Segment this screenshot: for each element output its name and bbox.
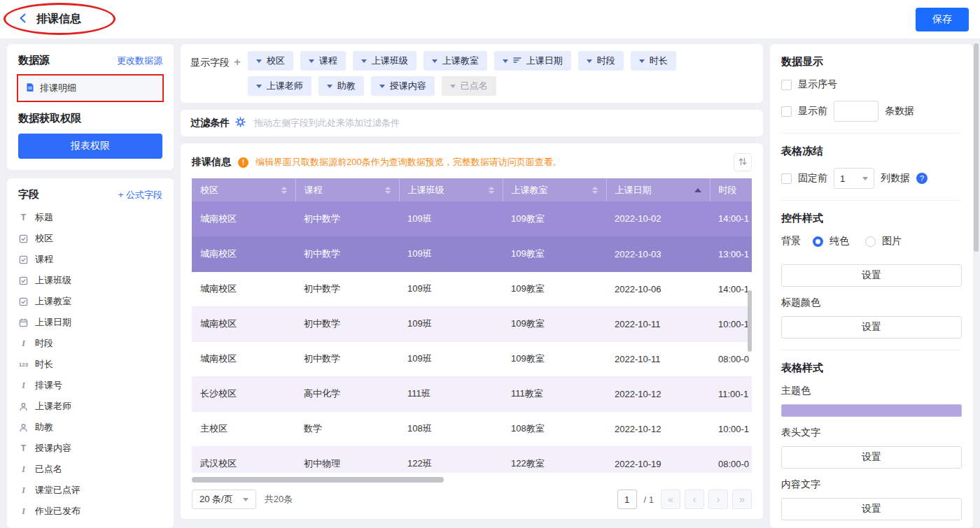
column-header-label: 上课教室 — [512, 184, 548, 197]
add-display-field-button[interactable]: + — [234, 55, 241, 69]
field-item[interactable]: 123时长 — [18, 354, 162, 375]
column-header[interactable]: 校区 — [192, 178, 295, 201]
table-cell: 2022-10-19 — [606, 446, 710, 473]
header-text-set-button[interactable]: 设置 — [781, 446, 962, 469]
column-header[interactable]: 课程 — [295, 178, 399, 201]
table-row[interactable]: 城南校区初中数学109班109教室2022-10-0313:00-1 — [192, 236, 752, 271]
display-field-chip[interactable]: 校区 — [248, 51, 293, 71]
theme-color-label: 主题色 — [781, 385, 962, 397]
field-item[interactable]: 课程 — [18, 249, 162, 270]
sort-icon[interactable] — [489, 187, 494, 194]
chevron-down-icon — [432, 59, 438, 63]
table-sort-button[interactable] — [734, 153, 752, 171]
prev-page-button[interactable]: ‹ — [685, 490, 704, 509]
sort-arrows-icon — [738, 157, 748, 169]
field-item[interactable]: 校区 — [18, 228, 162, 249]
table-cell: 高中化学 — [295, 376, 399, 411]
display-field-chip[interactable]: 上课班级 — [353, 51, 416, 71]
content-text-set-button[interactable]: 设置 — [781, 498, 962, 520]
image-radio[interactable] — [865, 236, 876, 247]
fix-columns-checkbox[interactable] — [781, 173, 792, 184]
show-first-checkbox[interactable] — [781, 106, 792, 117]
table-cell: 109班 — [399, 341, 503, 376]
table-row[interactable]: 长沙校区高中化学111班111教室2022-10-1211:00-1 — [192, 376, 752, 411]
field-label: 课程 — [35, 253, 53, 266]
field-item[interactable]: I已点名 — [18, 459, 162, 480]
gear-icon[interactable] — [235, 117, 246, 129]
page-size-select[interactable]: 20 条/页 — [192, 490, 256, 509]
column-header[interactable]: 上课日期 — [606, 178, 710, 201]
field-label: 校区 — [35, 232, 53, 245]
sort-asc-icon[interactable] — [694, 188, 701, 192]
show-index-checkbox[interactable] — [781, 80, 792, 90]
table-cell: 109班 — [399, 236, 503, 271]
column-header-label: 上课班级 — [408, 184, 444, 197]
field-item[interactable]: I课堂已点评 — [18, 480, 162, 501]
table-header-row: 校区课程上课班级上课教室上课日期时段 — [192, 178, 752, 201]
field-item[interactable]: T标题 — [18, 207, 162, 228]
solid-color-label: 纯色 — [830, 235, 849, 248]
page-scrollbar[interactable] — [974, 43, 979, 252]
field-item[interactable]: 上课老师 — [18, 396, 162, 417]
field-label: 助教 — [35, 421, 53, 434]
display-field-chip[interactable]: 上课老师 — [248, 76, 312, 96]
first-page-button[interactable]: « — [661, 490, 680, 509]
help-icon[interactable]: ? — [916, 173, 927, 184]
table-cell: 122教室 — [503, 446, 606, 473]
change-datasource-link[interactable]: 更改数据源 — [117, 55, 162, 67]
page-size-value: 20 条/页 — [200, 493, 233, 506]
table-row[interactable]: 城南校区初中数学109班109教室2022-10-0614:00-1 — [192, 271, 752, 306]
display-field-chip[interactable]: 已点名 — [442, 76, 496, 96]
display-field-chip[interactable]: 上课日期 — [494, 51, 571, 71]
last-page-button[interactable]: » — [732, 490, 752, 509]
table-cell: 109班 — [399, 201, 503, 236]
back-button[interactable] — [17, 12, 29, 27]
table-row[interactable]: 主校区数学108班108教室2022-10-1210:00-1 — [192, 411, 752, 446]
current-page[interactable]: 1 — [617, 490, 637, 509]
display-field-chip[interactable]: 时段 — [578, 51, 624, 71]
chevron-down-icon — [361, 59, 367, 63]
display-field-chip[interactable]: 助教 — [318, 76, 364, 96]
theme-color-swatch[interactable] — [781, 404, 962, 417]
display-field-chip[interactable]: 课程 — [300, 51, 346, 71]
fix-suffix: 列数据 — [881, 172, 910, 185]
fix-columns-select[interactable]: 1 — [834, 168, 874, 189]
column-header[interactable]: 上课教室 — [503, 178, 606, 201]
field-item[interactable]: I作业已发布 — [18, 501, 162, 522]
column-header[interactable]: 上课班级 — [399, 178, 503, 201]
field-item[interactable]: 上课班级 — [18, 270, 162, 291]
table-vertical-scrollbar[interactable] — [748, 290, 752, 352]
table-row[interactable]: 武汉校区初中物理122班122教室2022-10-1908:00-0 — [192, 446, 752, 473]
show-first-input[interactable] — [834, 101, 878, 122]
report-permission-button[interactable]: 报表权限 — [18, 134, 162, 159]
field-item[interactable]: 上课日期 — [18, 312, 162, 333]
filter-bar[interactable]: 过滤条件 拖动左侧字段到此处来添加过滤条件 — [181, 110, 763, 136]
field-item[interactable]: T授课内容 — [18, 438, 162, 459]
table-row[interactable]: 城南校区初中数学109班109教室2022-10-0214:00-1 — [192, 201, 752, 236]
datasource-item[interactable]: 排课明细 — [18, 76, 162, 101]
save-button[interactable]: 保存 — [916, 8, 969, 31]
next-page-button[interactable]: › — [708, 490, 728, 509]
table-cell: 城南校区 — [192, 271, 295, 306]
field-item[interactable]: I时段 — [18, 333, 162, 354]
display-field-chip[interactable]: 时长 — [631, 51, 676, 71]
add-formula-field-link[interactable]: + 公式字段 — [118, 189, 162, 201]
field-label: 上课教室 — [35, 295, 71, 308]
field-item[interactable]: 助教 — [18, 417, 162, 438]
sort-icon[interactable] — [592, 187, 598, 194]
sort-icon[interactable] — [385, 187, 391, 194]
table-row[interactable]: 城南校区初中数学109班109教室2022-10-1108:00-0 — [192, 341, 752, 376]
table-row[interactable]: 城南校区初中数学109班109教室2022-10-1110:00-1 — [192, 306, 752, 341]
field-item[interactable]: I排课号 — [18, 375, 162, 396]
background-set-button[interactable]: 设置 — [781, 264, 962, 287]
solid-color-radio[interactable] — [813, 236, 823, 247]
display-field-chip[interactable]: 授课内容 — [371, 76, 435, 96]
pagination: 20 条/页 共20条 1 / 1 «‹›» — [192, 490, 752, 509]
column-header[interactable]: 时段 — [710, 178, 752, 201]
title-color-set-button[interactable]: 设置 — [781, 316, 962, 338]
table-notice: 编辑界面只取数据源前200条作为查询数据预览，完整数据请访问页面查看。 — [255, 156, 562, 169]
sort-icon[interactable] — [281, 187, 287, 194]
display-field-chip[interactable]: 上课教室 — [424, 51, 487, 71]
field-item[interactable]: 上课教室 — [18, 291, 162, 312]
horizontal-scrollbar-thumb[interactable] — [192, 477, 444, 483]
